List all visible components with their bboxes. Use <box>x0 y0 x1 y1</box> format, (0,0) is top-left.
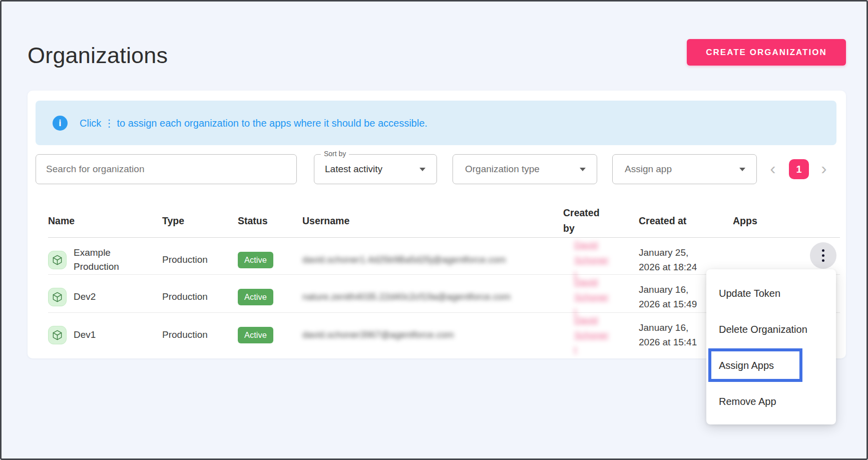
status-badge: Active <box>238 327 273 343</box>
sort-label: Sort by <box>321 150 349 158</box>
kebab-menu-button[interactable] <box>810 242 836 269</box>
assign-app-select[interactable]: Assign app <box>612 154 757 184</box>
column-header-created-by: Created by <box>563 205 605 236</box>
column-header-apps: Apps <box>723 215 840 227</box>
created-at: January 25, 2026 at 18:24 <box>639 245 706 275</box>
organization-type: Production <box>162 254 238 265</box>
info-banner: i Click ⋮ to assign each organization to… <box>36 101 836 145</box>
organization-cube-icon <box>48 251 67 269</box>
menu-item-update-token[interactable]: Update Token <box>706 275 836 311</box>
created-by-link-redacted[interactable]: David Schonert <box>574 313 611 357</box>
created-at: January 16, 2026 at 15:49 <box>639 282 706 312</box>
organization-type-select[interactable]: Organization type <box>453 154 597 184</box>
organization-type: Production <box>162 329 238 340</box>
sort-value: Latest activity <box>314 164 382 175</box>
info-banner-text: Click ⋮ to assign each organization to t… <box>80 117 427 129</box>
organization-name: Example Production <box>74 246 141 274</box>
created-at: January 16, 2026 at 15:41 <box>639 320 706 350</box>
username-redacted: nature.zenith4035.22d40c2cf19a@agentforc… <box>302 291 554 302</box>
organization-cube-icon <box>48 288 67 306</box>
organization-type: Production <box>162 291 238 302</box>
menu-item-assign-apps[interactable]: Assign Apps <box>706 347 836 383</box>
organization-name: Dev2 <box>74 290 96 304</box>
pagination-prev-button[interactable]: ‹ <box>765 158 780 180</box>
organization-type-value: Organization type <box>453 164 540 175</box>
menu-item-delete-organization[interactable]: Delete Organization <box>706 311 836 347</box>
kebab-icon <box>822 259 824 262</box>
table-header-row: Name Type Status Username Created by Cre… <box>48 204 840 238</box>
chevron-down-icon <box>580 168 586 171</box>
page-title: Organizations <box>28 43 168 69</box>
pagination-page-badge[interactable]: 1 <box>789 159 809 179</box>
column-header-created-at: Created at <box>639 215 723 227</box>
status-badge: Active <box>238 252 273 268</box>
kebab-icon <box>822 249 824 252</box>
column-header-status: Status <box>238 215 302 227</box>
username-redacted: david.schoner1.4d25b9Ba5d25j@agentforce.… <box>302 254 533 265</box>
row-actions-context-menu: Update Token Delete Organization Assign … <box>706 269 836 424</box>
search-field <box>36 154 297 184</box>
kebab-icon <box>822 254 824 257</box>
create-organization-button[interactable]: CREATE ORGANIZATION <box>687 39 846 66</box>
organization-name: Dev1 <box>74 328 96 342</box>
column-header-name: Name <box>48 215 162 227</box>
search-input[interactable] <box>36 164 296 175</box>
app-window: Organizations CREATE ORGANIZATION i Clic… <box>0 0 868 460</box>
pagination-next-button[interactable]: › <box>816 158 831 180</box>
menu-item-remove-app[interactable]: Remove App <box>706 383 836 419</box>
username-redacted: david.schoner3967@agentforce.com <box>302 329 471 340</box>
column-header-type: Type <box>162 215 238 227</box>
chevron-down-icon <box>739 168 745 171</box>
organization-cube-icon <box>48 326 67 344</box>
assign-app-value: Assign app <box>613 164 672 175</box>
chevron-down-icon <box>419 168 425 171</box>
info-icon: i <box>53 116 68 131</box>
status-badge: Active <box>238 289 273 305</box>
sort-select[interactable]: Sort by Latest activity <box>314 154 437 184</box>
column-header-username: Username <box>302 215 563 227</box>
